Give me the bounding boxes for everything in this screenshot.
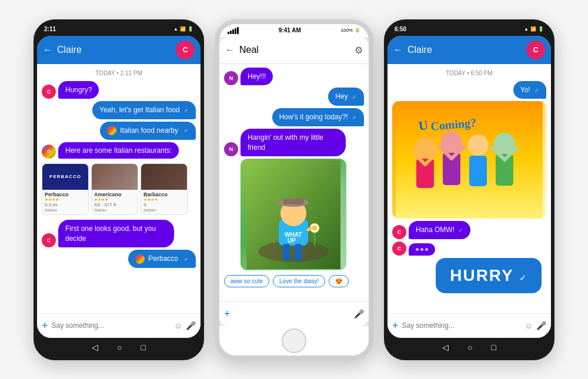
phone-3-android: 6:50 ▲ 📶 🔋 ← Claire C TODAY • 6:50 PM Yo… [384,19,554,360]
message-row-2: Yeah, let's get Italian food ✓ [42,101,196,119]
phone-1-android: 2:11 ▲ 📶 🔋 ← Claire C TODAY • 2:11 PM C … [34,19,204,360]
restaurant-type-2: Italian [94,207,135,213]
avatar-1: C [176,41,195,59]
chat-input-bar-1: + ☺ 🎤 [37,313,201,338]
message-row-2-3: How's it going today?! ✓ [224,108,364,126]
contact-name-1: Claire [57,45,171,55]
image-bubble: WHAT UP [240,159,346,270]
status-time-3: 6:50 [395,26,406,32]
status-time-1: 2:11 [44,26,56,32]
sender-avatar-3-typing: C [392,242,406,256]
restaurant-stars-2: ★★★★ [94,197,135,202]
restaurant-type-1: Italian [45,207,86,213]
signal-bars [228,27,239,34]
message-row-2-4: N Hangin' out with my little friend [224,129,364,157]
message-input-3[interactable] [402,321,521,330]
chat-body-1: TODAY • 2:11 PM C Hungry? Yeah, let's ge… [37,64,201,313]
plus-button-1[interactable]: + [42,320,48,332]
chip-2[interactable]: Love the daisy! [273,275,325,287]
mic-button-3[interactable]: 🎤 [536,321,546,330]
nav-square-1[interactable]: □ [141,343,146,352]
bubble-3: Italian food nearby ✓ [100,122,196,140]
restaurant-image-1: PERBACCO [42,164,88,190]
message-row-2-2: Hey ✓ [224,88,364,106]
sender-avatar-2-1: N [224,71,238,85]
photo-message: U Coming? [392,101,546,219]
contact-name-2: Neal [239,45,350,55]
chat-input-bar-2: + 🎤 [219,301,369,326]
settings-icon[interactable]: ⚙ [355,45,363,56]
mic-button-1[interactable]: 🎤 [186,321,196,330]
reaction-chips: aww so cute Love the daisy! 😍 [224,275,364,287]
restaurant-card-3[interactable]: Barbacco ★★★★ S Italian [141,163,188,215]
restaurant-stars-3: ★★★★ [143,197,185,202]
bubble-2-1: Hey!!! [240,68,273,86]
chat-body-3: TODAY • 6:50 PM Yo! ✓ [387,64,551,313]
restaurant-card-2[interactable]: Americano ★★★★ SS · 377 ft Italian [91,163,138,215]
assistant-avatar-1: G [42,145,56,159]
back-button-1[interactable]: ← [43,45,52,55]
android-status-bar-3: 6:50 ▲ 📶 🔋 [387,23,551,36]
plus-button-3[interactable]: + [392,320,399,332]
emoji-button-3[interactable]: ☺ [524,321,533,330]
iphone-status-bar: 9:41 AM 100% 🔋 [219,24,369,37]
plus-button-2[interactable]: + [224,308,230,320]
bubble-3-2: Haha OMW! ✓ [409,221,470,239]
child-image-svg: WHAT UP [246,160,340,269]
iphone-home-area [219,326,369,355]
message-row-1: C Hungry? [42,81,196,99]
chip-3[interactable]: 😍 [329,275,349,287]
screen-1: ← Claire C TODAY • 2:11 PM C Hungry? Yea… [37,36,201,338]
iphone-time: 9:41 AM [279,27,301,33]
chat-header-3: ← Claire C [387,36,551,64]
message-row-3-1: Yo! ✓ [392,81,546,99]
restaurant-cards: PERBACCO Perbacco ★★★★ 0.3 mi Italian Am… [42,163,196,215]
message-row-4: G Here are some Italian restaurants: [42,142,196,159]
status-icons-3: ▲ 📶 🔋 [524,26,544,32]
typing-indicator [409,243,435,256]
svg-point-19 [467,135,489,156]
restaurant-dist-2: SS · 377 ft [94,202,135,207]
svg-rect-20 [469,156,487,186]
nav-back-1[interactable]: ◁ [92,343,98,352]
restaurant-card-1[interactable]: PERBACCO Perbacco ★★★★ 0.3 mi Italian [42,163,89,215]
message-row-3: Italian food nearby ✓ [42,122,196,140]
screen-2: ← Neal ⚙ N Hey!!! Hey ✓ How's it going t… [219,37,369,326]
bubble-6: Perbacco ✓ [128,250,196,268]
restaurant-type-3: Italian [143,207,185,213]
svg-rect-9 [295,244,302,260]
mic-button-2[interactable]: 🎤 [354,309,364,318]
svg-rect-7 [283,199,304,204]
home-button[interactable] [282,328,306,353]
message-row-6: Perbacco ✓ [42,250,196,268]
nav-home-1[interactable]: ○ [117,343,122,352]
nav-home-3[interactable]: ○ [467,343,472,352]
screen-3: ← Claire C TODAY • 6:50 PM Yo! ✓ [387,36,551,338]
sender-avatar-1: C [42,85,56,99]
contact-name-3: Claire [407,45,522,55]
chat-input-bar-3: + ☺ 🎤 [387,313,551,338]
bubble-2-4: Hangin' out with my little friend [240,129,346,157]
sender-avatar-2: C [42,233,56,247]
svg-line-13 [308,228,312,230]
bubble-3-1: Yo! ✓ [513,81,546,99]
back-button-2[interactable]: ← [225,45,235,55]
nav-back-3[interactable]: ◁ [442,343,449,352]
chip-1[interactable]: aww so cute [224,275,269,287]
nav-square-3[interactable]: □ [492,343,496,352]
restaurant-name-2: Americano [94,192,135,197]
message-input-1[interactable] [52,321,171,330]
message-row-2-1: N Hey!!! [224,68,364,86]
bubble-2-2: Hey ✓ [328,88,364,106]
hurry-bubble: HURRY ✓ [436,258,542,293]
typing-row: C [392,242,546,256]
chat-header-2: ← Neal ⚙ [219,37,369,64]
restaurant-name-3: Barbacco [143,192,185,197]
sender-avatar-3: C [392,225,406,239]
assistant-bubble-1: Here are some Italian restaurants: [58,142,179,159]
date-label-1: TODAY • 2:11 PM [42,70,196,76]
restaurant-image-3 [141,164,187,190]
android-nav-1: ◁ ○ □ [37,338,201,357]
emoji-button-1[interactable]: ☺ [174,321,182,330]
back-button-3[interactable]: ← [393,45,403,55]
